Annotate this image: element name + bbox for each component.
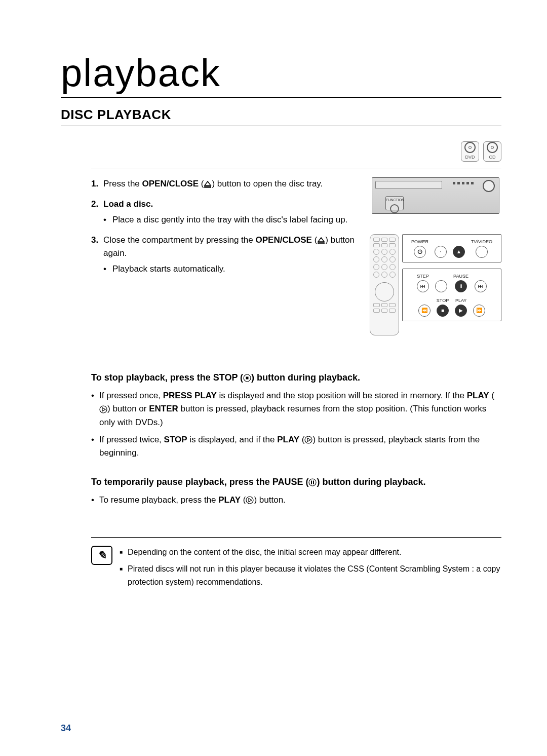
list-item: •If pressed twice, STOP is displayed, an… [91, 433, 501, 460]
stop-heading: To stop playback, press the STOP () butt… [91, 371, 501, 385]
cd-badge-label: CD [489, 154, 496, 161]
play-icon [246, 496, 254, 504]
step-text: Press the OPEN/CLOSE () button to open t… [103, 177, 323, 191]
stop-bullets: •If pressed once, PRESS PLAY is displaye… [91, 389, 501, 460]
function-label: FUNCTION [386, 198, 404, 202]
svg-rect-6 [313, 480, 314, 484]
note-list: ■Depending on the content of the disc, t… [120, 546, 501, 593]
disc-icon [487, 142, 498, 153]
step-1: 1. Press the OPEN/CLOSE () button to ope… [91, 177, 360, 191]
pause-heading: To temporarily pause playback, press the… [91, 475, 501, 489]
bullet-text: If pressed twice, STOP is displayed, and… [99, 433, 501, 460]
pause-bullets: • To resume playback, press the PLAY () … [91, 494, 501, 507]
stop-button-icon: ■ [437, 305, 449, 317]
divider [91, 169, 501, 169]
pause-icon [308, 478, 317, 486]
dvd-badge-label: DVD [465, 154, 475, 161]
step-sub: •Place a disc gently into the tray with … [103, 213, 347, 226]
stop-label: STOP [437, 297, 449, 305]
instructions-row: 1. Press the OPEN/CLOSE () button to ope… [91, 177, 501, 335]
power-button-icon: ⏻ [414, 246, 426, 258]
steps-column: 1. Press the OPEN/CLOSE () button to ope… [91, 177, 360, 335]
stop-section: To stop playback, press the STOP () butt… [91, 371, 501, 507]
step-number: 2. [91, 198, 103, 226]
step-number: 3. [91, 234, 103, 276]
step-text: Load a disc. •Place a disc gently into t… [103, 198, 347, 226]
remote-callouts: POWER⏻ · ▲ TV/VIDEO STEP⏮ PAUSE⏸ [402, 234, 501, 335]
disc-icon [464, 142, 476, 153]
list-item: ■Pirated discs will not run in this play… [120, 562, 501, 588]
remote-illustration: POWER⏻ · ▲ TV/VIDEO STEP⏮ PAUSE⏸ [370, 234, 501, 335]
step-number: 1. [91, 177, 103, 191]
notes-block: ✎ ■Depending on the content of the disc,… [91, 537, 501, 593]
svg-rect-1 [246, 377, 249, 380]
remote-body [370, 234, 399, 335]
step-text: Close the compartment by pressing the OP… [103, 234, 360, 276]
eject-button-icon: ▲ [453, 246, 465, 258]
pause-label: PAUSE [453, 273, 468, 280]
callout-bottom: STEP⏮ PAUSE⏸ ⏭ ⏪ STOP■ PLAY▶ ⏩ [402, 269, 501, 321]
pause-button-icon: ⏸ [455, 280, 467, 292]
remote-button-icon: · [435, 246, 447, 258]
next-button-icon: ⏭ [475, 280, 487, 292]
svg-point-4 [309, 479, 316, 486]
list-item: • To resume playback, press the PLAY () … [91, 494, 501, 507]
forward-button-icon: ⏩ [473, 305, 485, 317]
step-label: STEP [417, 273, 429, 280]
svg-rect-5 [311, 480, 312, 484]
content-area: DVD CD 1. Press the OPEN/CLOSE () button… [61, 141, 501, 593]
section-heading: DISC PLAYBACK [61, 107, 501, 126]
rewind-button-icon: ⏪ [418, 305, 431, 317]
note-icon: ✎ [91, 546, 112, 565]
cd-badge: CD [483, 141, 501, 162]
bullet-text: To resume playback, press the PLAY () bu… [99, 494, 286, 507]
remote-button-icon [435, 280, 447, 292]
tv-button-icon [476, 246, 488, 258]
function-panel: FUNCTION [385, 196, 404, 210]
player-illustration: FUNCTION [372, 177, 499, 214]
step-2: 2. Load a disc. •Place a disc gently int… [91, 198, 360, 226]
page-number: 34 [61, 723, 71, 734]
note-text: Depending on the content of the disc, th… [128, 546, 402, 559]
eject-icon [317, 237, 325, 244]
nav-wheel-icon [375, 282, 394, 301]
disc-icon [483, 180, 495, 192]
step-3: 3. Close the compartment by pressing the… [91, 234, 360, 276]
eject-icon [204, 181, 212, 188]
prev-button-icon: ⏮ [417, 280, 429, 292]
play-button-icon: ▶ [455, 305, 467, 317]
disc-type-badges: DVD CD [91, 141, 501, 162]
step-sub: •Playback starts automatically. [103, 262, 360, 276]
dvd-badge: DVD [461, 141, 479, 162]
note-text: Pirated discs will not run in this playe… [128, 562, 501, 588]
list-item: •If pressed once, PRESS PLAY is displaye… [91, 389, 501, 429]
bullet-text: If pressed once, PRESS PLAY is displayed… [99, 389, 501, 429]
play-label: PLAY [455, 297, 466, 305]
callout-top: POWER⏻ · ▲ TV/VIDEO [402, 234, 501, 262]
list-item: ■Depending on the content of the disc, t… [120, 546, 501, 559]
player-buttons-icon [453, 182, 474, 184]
power-label: POWER [411, 239, 428, 246]
disc-tray-icon [375, 181, 442, 189]
manual-page: playback DISC PLAYBACK DVD CD 1. Press t… [0, 0, 547, 756]
function-wheel-icon [390, 204, 399, 213]
stop-icon [243, 374, 251, 382]
illustrations-column: FUNCTION [370, 177, 501, 335]
steps-list: 1. Press the OPEN/CLOSE () button to ope… [91, 177, 360, 276]
page-title: playback [61, 51, 501, 98]
tv-video-label: TV/VIDEO [471, 239, 492, 246]
